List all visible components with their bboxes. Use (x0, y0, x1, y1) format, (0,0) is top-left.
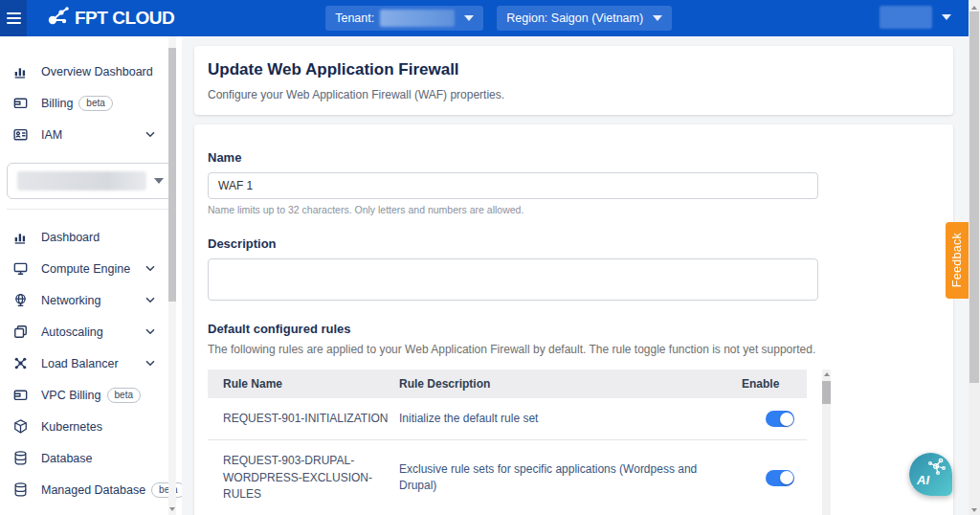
monitor-icon (12, 260, 29, 277)
sidebar-item-database[interactable]: Database (0, 442, 182, 474)
page-scrollbar[interactable] (969, 0, 980, 515)
sidebar-item-iam[interactable]: IAM (0, 119, 182, 150)
feedback-label: Feedback (950, 233, 964, 287)
beta-badge: beta (151, 482, 182, 498)
sidebar-item-dashboard[interactable]: Dashboard (0, 221, 182, 253)
tenant-dropdown[interactable]: Tenant: (325, 6, 483, 31)
cube-icon (12, 418, 29, 435)
tenant-label: Tenant: (335, 11, 374, 25)
chevron-down-icon (464, 15, 474, 21)
chevron-down-icon (145, 265, 155, 272)
scroll-down-icon[interactable] (169, 507, 175, 511)
sidebar-item-label: Managed Database (41, 483, 145, 497)
rules-table: Rule Name Rule Description Enable REQUES… (208, 369, 940, 515)
beta-badge: beta (78, 96, 112, 111)
sidebar-divider (7, 209, 175, 210)
feedback-button[interactable]: Feedback (946, 222, 969, 299)
table-scrollbar[interactable] (822, 369, 831, 515)
scrollbar-thumb[interactable] (168, 48, 176, 302)
hamburger-icon (7, 10, 21, 27)
rules-note: The following rules are applied to your … (208, 343, 940, 356)
scroll-up-icon[interactable] (824, 372, 830, 376)
rule-description: Initialize the default rule set (399, 411, 742, 427)
brand-name: FPT CLOUD (75, 8, 174, 29)
molecule-icon (925, 457, 948, 481)
region-dropdown[interactable]: Region: Saigon (Vietnam) (497, 6, 672, 31)
description-field-label: Description (208, 236, 940, 251)
column-header-enable: Enable (742, 377, 807, 391)
toggle-knob (780, 471, 793, 484)
sidebar-item-label: VPC Billing (41, 389, 101, 402)
hamburger-menu-button[interactable] (0, 0, 27, 36)
globe-icon (12, 292, 29, 308)
sidebar-item-managed-database[interactable]: Managed Databasebeta (0, 474, 182, 505)
vpc-selector[interactable] (7, 163, 174, 199)
sidebar-item-label: Database (41, 452, 93, 465)
sidebar-service-section: DashboardCompute EngineNetworkingAutosca… (0, 221, 182, 515)
sidebar-item-networking[interactable]: Networking (0, 284, 182, 316)
sidebar-item-label: Kubernetes (41, 420, 102, 434)
id-badge-icon (12, 126, 29, 143)
sidebar-item-monitoring[interactable]: Monitoring (0, 505, 182, 515)
page-header-card: Update Web Application Firewall Configur… (194, 46, 953, 115)
scrollbar-thumb[interactable] (969, 11, 979, 383)
database-icon (12, 481, 29, 498)
bar-chart-icon (12, 63, 29, 79)
chevron-down-icon (145, 131, 155, 138)
rule-name: REQUEST-901-INITIALIZATION (208, 411, 399, 427)
rule-row: REQUEST-901-INITIALIZATIONInitialize the… (208, 398, 807, 440)
name-input[interactable] (208, 172, 818, 199)
bar-chart-icon (12, 229, 29, 245)
sidebar-item-compute-engine[interactable]: Compute Engine (0, 253, 182, 284)
brand-logo: FPT CLOUD (46, 5, 174, 32)
chevron-down-icon (653, 15, 662, 21)
sidebar-scrollbar[interactable] (168, 36, 176, 515)
scroll-down-icon[interactable] (971, 508, 977, 512)
scrollbar-thumb[interactable] (822, 381, 831, 404)
page-subtitle: Configure your Web Application Firewall … (208, 88, 940, 101)
name-field-label: Name (208, 150, 940, 165)
tenant-value-redacted (380, 10, 455, 27)
database-icon (12, 450, 29, 466)
sidebar-item-autoscaling[interactable]: Autoscaling (0, 316, 182, 347)
rule-description: Exclusive rule sets for specific applica… (399, 461, 742, 495)
beta-badge: beta (107, 388, 141, 403)
rule-row: REQUEST-903-DRUPAL-WORDPRESS-EXCLUSION-R… (208, 440, 807, 515)
user-name-redacted (880, 6, 932, 29)
rule-name: REQUEST-903-DRUPAL-WORDPRESS-EXCLUSION-R… (208, 453, 399, 503)
ai-assistant-button[interactable]: AI (909, 453, 952, 496)
rules-table-body: REQUEST-901-INITIALIZATIONInitialize the… (208, 398, 807, 515)
sidebar-item-overview-dashboard[interactable]: Overview Dashboard (0, 56, 182, 87)
toggle-knob (780, 413, 793, 426)
user-menu-dropdown[interactable] (880, 6, 951, 29)
sidebar-item-label: Compute Engine (41, 262, 130, 276)
rule-enable-toggle[interactable] (766, 470, 794, 486)
main-content: Update Web Application Firewall Configur… (182, 36, 969, 515)
sidebar-item-label: Dashboard (41, 231, 100, 244)
vpc-value-redacted (17, 171, 146, 190)
column-header-rule-description: Rule Description (399, 377, 742, 391)
sidebar-item-label: Autoscaling (41, 325, 103, 339)
rules-section-heading: Default configured rules (208, 322, 940, 336)
sidebar-item-label: Billing (41, 97, 73, 110)
hub-icon (12, 355, 29, 371)
rule-enable-toggle[interactable] (766, 411, 794, 427)
scroll-up-icon[interactable] (971, 6, 977, 10)
sidebar-item-load-balancer[interactable]: Load Balancer (0, 347, 182, 379)
sidebar-item-kubernetes[interactable]: Kubernetes (0, 411, 182, 442)
top-bar: FPT CLOUD Tenant: Region: Saigon (Vietna… (0, 0, 969, 36)
rules-table-header: Rule Name Rule Description Enable (208, 369, 807, 398)
waf-form-card: Name Name limits up to 32 characters. On… (194, 124, 953, 515)
sidebar-item-label: Networking (41, 294, 101, 307)
chevron-down-icon (942, 14, 951, 20)
description-input[interactable] (208, 258, 818, 301)
sidebar-item-label: Load Balancer (41, 357, 119, 370)
column-header-rule-name: Rule Name (208, 377, 399, 391)
sidebar-item-vpc-billing[interactable]: VPC Billingbeta (0, 379, 182, 411)
sidebar-item-label: IAM (41, 128, 62, 142)
region-label: Region: Saigon (Vietnam) (506, 11, 643, 25)
sidebar: Overview DashboardBillingbetaIAM Dashboa… (0, 36, 182, 515)
molecule-logo-icon (46, 5, 71, 32)
name-help-text: Name limits up to 32 characters. Only le… (208, 204, 940, 215)
sidebar-item-billing[interactable]: Billingbeta (0, 87, 182, 119)
